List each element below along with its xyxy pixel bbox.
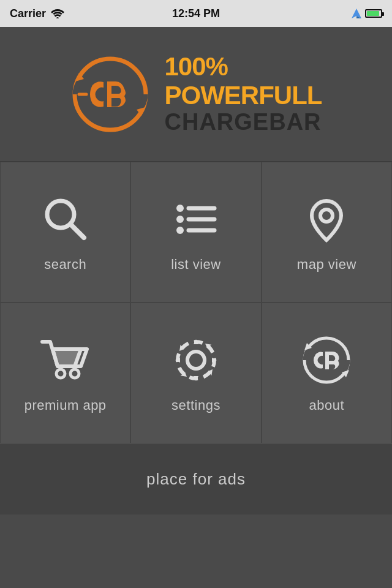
logo-section: 100% POWERFULL CHARGEBAR — [0, 27, 392, 162]
grid-item-search[interactable]: search — [0, 162, 130, 303]
grid-item-about[interactable]: about — [262, 303, 392, 443]
battery-icon — [365, 9, 382, 18]
logo-text: 100% POWERFULL CHARGEBAR — [165, 53, 322, 135]
grid-item-list-view[interactable]: list view — [130, 162, 261, 303]
premium-app-label: premium app — [24, 398, 107, 413]
wifi-icon — [51, 9, 64, 18]
list-icon — [168, 192, 224, 247]
svg-point-0 — [56, 17, 59, 18]
app-logo — [70, 55, 150, 134]
svg-point-19 — [178, 342, 214, 379]
status-time: 12:54 PM — [172, 7, 220, 20]
chargebar-about-icon — [299, 333, 354, 388]
svg-point-11 — [176, 216, 184, 223]
gear-icon — [168, 333, 224, 388]
search-icon — [38, 192, 93, 247]
grid-item-premium-app[interactable]: premium app — [0, 303, 130, 443]
ad-banner: place for ads — [0, 443, 392, 514]
map-icon — [299, 192, 354, 247]
grid-item-settings[interactable]: settings — [130, 303, 261, 443]
svg-point-17 — [70, 369, 79, 378]
grid-item-map-view[interactable]: map view — [262, 162, 392, 303]
svg-point-18 — [187, 352, 205, 369]
svg-point-15 — [320, 209, 333, 222]
logo-line3: CHARGEBAR — [165, 110, 322, 135]
ad-text: place for ads — [146, 470, 246, 489]
carrier-label: Carrier — [10, 7, 46, 20]
settings-label: settings — [172, 398, 221, 413]
status-bar: Carrier 12:54 PM — [0, 0, 392, 27]
status-carrier: Carrier — [10, 7, 64, 20]
about-label: about — [309, 398, 345, 413]
location-icon — [352, 9, 361, 18]
logo-line2: POWERFULL — [165, 81, 322, 110]
logo-line1: 100% — [165, 53, 322, 81]
svg-point-13 — [176, 227, 184, 234]
svg-line-8 — [70, 224, 84, 238]
cart-icon — [38, 333, 93, 388]
svg-point-9 — [176, 205, 184, 212]
map-view-label: map view — [297, 257, 356, 273]
search-label: search — [44, 257, 86, 273]
status-right — [352, 9, 382, 18]
svg-point-16 — [56, 369, 65, 378]
menu-grid: search list view map view — [0, 162, 392, 443]
list-view-label: list view — [171, 257, 221, 273]
